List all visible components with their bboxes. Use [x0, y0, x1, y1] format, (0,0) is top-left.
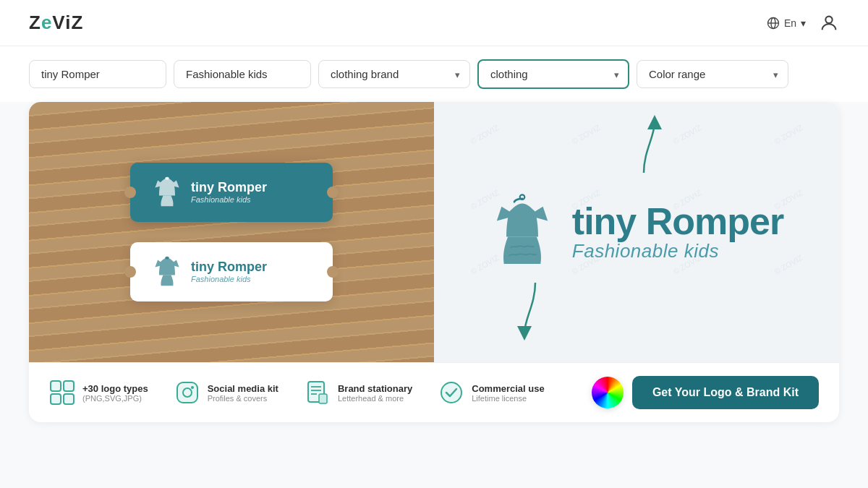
logo-main-name: tiny Romper — [572, 202, 783, 240]
feature-stationary-sub: Letterhead & more — [338, 394, 412, 403]
feature-commercial-title: Commercial use — [472, 383, 544, 394]
color-dropdown[interactable]: Color range Blue Green Monochrome — [637, 60, 788, 88]
arrow-bottom-icon — [514, 275, 557, 341]
industry-dropdown-wrapper: clothing brand food brand tech brand ▾ — [318, 60, 470, 88]
ticket-tagline-light: Fashionable kids — [191, 275, 267, 283]
feature-social-sub: Profiles & covers — [208, 394, 278, 403]
dress-icon-light — [153, 255, 181, 288]
feature-stationary: Brand stationary Letterhead & more — [305, 380, 412, 406]
wood-background: tiny Romper Fashionable kids tiny Romper — [29, 102, 434, 362]
main-content: tiny Romper Fashionable kids tiny Romper — [0, 102, 868, 437]
user-icon[interactable] — [819, 13, 839, 33]
logo-sub-name: Fashionable kids — [572, 240, 783, 262]
color-wheel-icon — [592, 377, 624, 408]
arrow-top-icon — [622, 115, 665, 180]
logo-text-preview: tiny Romper Fashionable kids — [572, 202, 783, 262]
feature-social-title: Social media kit — [208, 383, 278, 394]
feature-logo-types-text: +30 logo types (PNG,SVG,JPG) — [82, 383, 148, 403]
feature-commercial-text: Commercial use Lifetime license — [472, 383, 544, 403]
feature-logo-types-sub: (PNG,SVG,JPG) — [82, 394, 148, 403]
get-brand-kit-button[interactable]: Get Your Logo & Brand Kit — [632, 376, 819, 409]
svg-rect-8 — [64, 381, 74, 391]
stationary-icon — [305, 380, 331, 406]
style-dropdown-wrapper: clothing fashion apparel ▾ — [477, 59, 629, 89]
feature-stationary-text: Brand stationary Letterhead & more — [338, 383, 412, 403]
ticket-light: tiny Romper Fashionable kids — [130, 242, 333, 301]
big-dress-icon — [490, 192, 555, 272]
svg-point-5 — [165, 257, 169, 260]
app-header: ZeViZ En ▾ — [0, 0, 868, 46]
svg-rect-10 — [64, 394, 74, 404]
lang-chevron-icon: ▾ — [801, 17, 806, 29]
social-media-icon — [174, 380, 200, 406]
preview-left: tiny Romper Fashionable kids tiny Romper — [29, 102, 434, 362]
preview-right: © ZOVIZ © ZOVIZ © ZOVIZ © ZOVIZ © ZOVIZ … — [434, 102, 839, 362]
bottom-bar: +30 logo types (PNG,SVG,JPG) Social medi… — [29, 362, 839, 422]
style-dropdown[interactable]: clothing fashion apparel — [477, 59, 629, 89]
ticket-dark: tiny Romper Fashionable kids — [130, 163, 333, 222]
brand-name-input[interactable] — [29, 60, 166, 88]
language-selector[interactable]: En ▾ — [767, 17, 806, 30]
slogan-input[interactable] — [174, 60, 311, 88]
feature-stationary-title: Brand stationary — [338, 383, 412, 394]
lang-label: En — [784, 17, 796, 29]
svg-rect-18 — [319, 394, 327, 403]
preview-card: tiny Romper Fashionable kids tiny Romper — [29, 102, 839, 422]
color-dropdown-wrapper: Color range Blue Green Monochrome ▾ — [637, 60, 788, 88]
commercial-icon — [438, 380, 464, 406]
ticket-brand-name-light: tiny Romper — [191, 260, 267, 275]
svg-point-6 — [520, 194, 525, 200]
feature-commercial: Commercial use Lifetime license — [438, 380, 544, 406]
svg-point-19 — [441, 382, 461, 403]
ticket-text-dark: tiny Romper Fashionable kids — [191, 181, 267, 204]
cta-section: Get Your Logo & Brand Kit — [592, 376, 819, 409]
svg-rect-11 — [177, 382, 197, 403]
header-right: En ▾ — [767, 13, 839, 33]
globe-icon — [767, 17, 780, 30]
feature-logo-types: +30 logo types (PNG,SVG,JPG) — [49, 380, 148, 406]
feature-social-text: Social media kit Profiles & covers — [208, 383, 278, 403]
feature-social: Social media kit Profiles & covers — [174, 380, 278, 406]
search-bar: clothing brand food brand tech brand ▾ c… — [0, 46, 868, 102]
feature-commercial-sub: Lifetime license — [472, 394, 544, 403]
watermark-item: © ZOVIZ — [434, 102, 545, 188]
logo-preview: tiny Romper Fashionable kids — [490, 192, 783, 272]
ticket-text-light: tiny Romper Fashionable kids — [191, 260, 267, 283]
svg-rect-9 — [51, 394, 61, 404]
watermark-item: © ZOVIZ — [728, 102, 839, 188]
ticket-tagline: Fashionable kids — [191, 195, 267, 204]
svg-rect-7 — [51, 381, 61, 391]
app-logo: ZeViZ — [29, 12, 83, 34]
svg-point-4 — [165, 177, 169, 180]
svg-point-3 — [825, 16, 832, 22]
logo-types-icon — [49, 380, 75, 406]
dress-icon-dark — [153, 176, 181, 209]
svg-point-13 — [191, 386, 194, 389]
industry-dropdown[interactable]: clothing brand food brand tech brand — [318, 60, 470, 88]
preview-area: tiny Romper Fashionable kids tiny Romper — [29, 102, 839, 362]
feature-logo-types-title: +30 logo types — [82, 383, 148, 394]
ticket-brand-name: tiny Romper — [191, 181, 267, 195]
